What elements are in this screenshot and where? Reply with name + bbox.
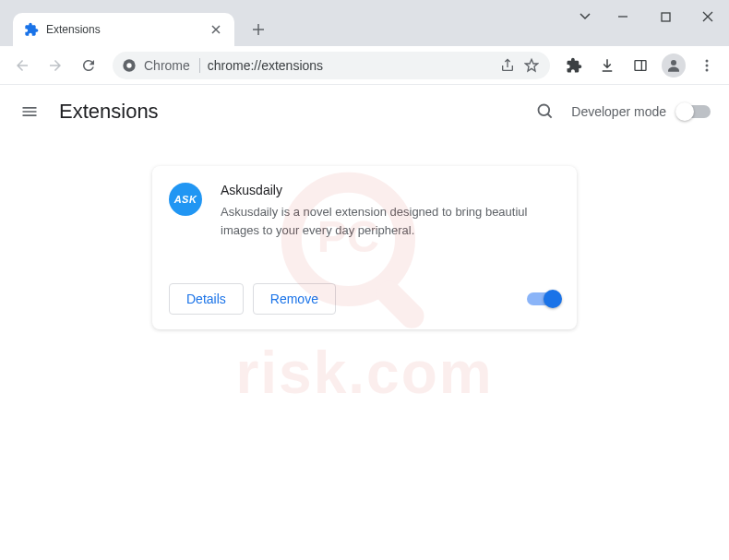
remove-button[interactable]: Remove <box>253 283 336 315</box>
extension-enable-toggle[interactable] <box>527 292 560 305</box>
profile-button[interactable] <box>659 51 688 80</box>
extension-icon: ASK <box>169 183 202 216</box>
svg-point-11 <box>706 68 709 71</box>
bookmark-star-icon[interactable] <box>524 58 539 73</box>
search-button[interactable] <box>531 97 560 126</box>
extensions-list: ASK Askusdaily Askusdaily is a novel ext… <box>0 138 729 329</box>
watermark-text: risk.com <box>235 339 493 407</box>
browser-toolbar: Chrome chrome://extensions <box>0 46 729 85</box>
extensions-page-header: Extensions Developer mode <box>0 85 729 138</box>
maximize-button[interactable] <box>644 0 687 33</box>
menu-button[interactable] <box>692 51 722 80</box>
developer-mode-label: Developer mode <box>571 104 666 119</box>
share-icon[interactable] <box>500 58 515 73</box>
browser-tab[interactable]: Extensions <box>13 13 234 46</box>
tab-search-button[interactable] <box>568 0 602 33</box>
svg-rect-3 <box>662 13 670 21</box>
main-menu-button[interactable] <box>18 101 41 123</box>
page-title: Extensions <box>59 100 531 124</box>
address-bar[interactable]: Chrome chrome://extensions <box>113 52 550 79</box>
tab-title: Extensions <box>46 23 201 36</box>
extension-card: ASK Askusdaily Askusdaily is a novel ext… <box>152 166 577 329</box>
new-tab-button[interactable] <box>245 17 271 42</box>
avatar-icon <box>662 54 686 77</box>
svg-point-5 <box>126 63 131 67</box>
svg-line-13 <box>548 114 552 118</box>
svg-rect-6 <box>635 60 646 70</box>
extension-description: Askusdaily is a novel extension designed… <box>221 203 560 239</box>
window-controls <box>568 0 729 33</box>
reload-button[interactable] <box>74 51 103 80</box>
window-titlebar: Extensions <box>0 0 729 46</box>
forward-button[interactable] <box>41 51 70 80</box>
extension-puzzle-icon <box>24 22 39 37</box>
tab-close-button[interactable] <box>209 22 223 37</box>
chrome-logo-icon <box>122 58 137 73</box>
downloads-icon[interactable] <box>592 51 622 80</box>
developer-mode-toggle[interactable] <box>677 105 711 118</box>
svg-point-8 <box>671 60 676 66</box>
back-button[interactable] <box>7 51 37 80</box>
svg-point-10 <box>706 64 709 66</box>
address-scheme: Chrome <box>144 58 200 73</box>
sidepanel-icon[interactable] <box>626 51 655 80</box>
extensions-icon[interactable] <box>559 51 589 80</box>
extension-name: Askusdaily <box>221 183 560 197</box>
minimize-button[interactable] <box>602 0 644 33</box>
svg-point-12 <box>539 105 550 116</box>
details-button[interactable]: Details <box>169 283 244 315</box>
svg-point-9 <box>706 59 709 62</box>
close-window-button[interactable] <box>687 0 729 33</box>
address-url: chrome://extensions <box>208 58 493 73</box>
